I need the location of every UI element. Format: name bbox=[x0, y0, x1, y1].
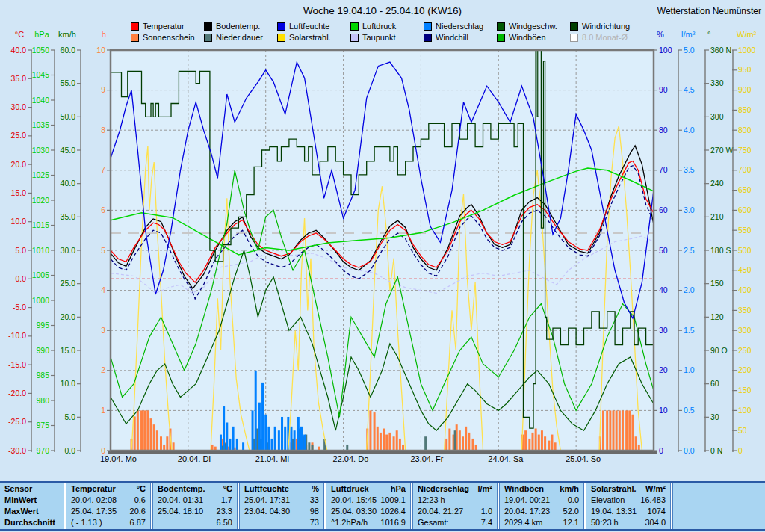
tick-label-h: 1 bbox=[101, 406, 105, 415]
tick-label-hpa: 1020 bbox=[32, 196, 50, 205]
bodentemp-row1: 25.04. 18:1023.3 bbox=[153, 506, 237, 517]
day-label: 21.04. Mi bbox=[255, 454, 289, 463]
tick-label-lm2: 1.5 bbox=[684, 326, 695, 335]
bar-niederschlag bbox=[226, 422, 228, 451]
luftfeuchte-row0-text: 25.04. 17:31 bbox=[244, 495, 290, 506]
luftfeuchte-row1-text: 23.04. 04:30 bbox=[244, 506, 290, 517]
row-label-maxwert: MaxWert bbox=[0, 506, 64, 517]
tick-label-kmh: 30.0 bbox=[61, 246, 76, 255]
tick-label-temp: 5.0 bbox=[15, 246, 26, 255]
luftdruck-row2-value: 1016.9 bbox=[380, 517, 406, 528]
stats-header-luftfeuchte: Luftfeuchte% bbox=[240, 483, 323, 495]
bar-sonnenschein bbox=[380, 433, 382, 451]
tick-label-temp: 0.0 bbox=[15, 274, 26, 283]
day-label: 22.04. Do bbox=[333, 454, 369, 463]
tick-label-deg: 240 bbox=[710, 179, 724, 188]
solarstrahl-row1-text: 19.04. 13:31 bbox=[591, 506, 637, 517]
stats-header-niederschlag-text: Niederschlag bbox=[418, 483, 469, 495]
stats-header-windb-en-value: km/h bbox=[560, 483, 579, 495]
stats-table: SensorMinWertMaxWertDurchschnittTemperat… bbox=[0, 481, 765, 531]
tick-label-deg: 180 S bbox=[710, 246, 731, 255]
stats-header-bodentemp-text: Bodentemp. bbox=[158, 483, 205, 495]
bar-niederschlag bbox=[220, 435, 222, 451]
tick-label-deg: 360 N bbox=[710, 46, 731, 55]
tick-label-pct: 20 bbox=[659, 365, 668, 374]
bar-sonnenschein bbox=[369, 410, 371, 451]
tick-label-temp: 20.0 bbox=[11, 160, 27, 169]
windb-en-row0-value: 0.0 bbox=[568, 495, 579, 506]
bar-sonnenschein bbox=[140, 410, 143, 451]
tick-label-lm2: 4.0 bbox=[684, 126, 695, 134]
luftdruck-row1: 25.04. 03:301026.4 bbox=[326, 506, 410, 517]
tick-label-h: 4 bbox=[101, 285, 105, 294]
tick-label-wm2: 500 bbox=[738, 246, 752, 255]
tick-label-temp: -10.0 bbox=[8, 331, 26, 340]
bar-sonnenschein bbox=[531, 433, 533, 451]
solarstrahl-row2: 50:23 h304.0 bbox=[586, 517, 670, 528]
tick-label-temp: 35.0 bbox=[11, 74, 27, 83]
tick-label-deg: 210 bbox=[710, 212, 724, 221]
tick-label-deg: 0 N bbox=[710, 446, 722, 455]
tick-label-kmh: 55.0 bbox=[61, 78, 76, 87]
tick-label-hpa: 1050 bbox=[32, 46, 50, 55]
tick-label-deg: 270 W bbox=[710, 146, 733, 155]
tick-label-pct: 40 bbox=[659, 285, 668, 294]
stats-header-temperatur-value: °C bbox=[137, 483, 146, 495]
tick-label-deg: 330 bbox=[710, 78, 724, 87]
luftdruck-row0: 20.04. 15:451009.1 bbox=[326, 495, 410, 506]
windb-en-row0: 19.04. 00:210.0 bbox=[500, 495, 583, 506]
day-label: 20.04. Di bbox=[178, 454, 211, 463]
bar-sonnenschein bbox=[535, 429, 537, 451]
tick-label-wm2: 0 bbox=[738, 446, 743, 455]
solarstrahl-row2-text: 50:23 h bbox=[591, 517, 619, 528]
bar-sonnenschein bbox=[635, 436, 637, 451]
luftfeuchte-row0: 25.04. 17:3133 bbox=[240, 495, 323, 506]
stats-col-bodentemp: Bodentemp.°C20.04. 01:31-1.725.04. 18:10… bbox=[152, 483, 238, 529]
bar-niederschlag bbox=[278, 430, 280, 451]
tick-label-wm2: 300 bbox=[738, 326, 752, 335]
tick-label-temp: 30.0 bbox=[11, 102, 27, 111]
bar-sonnenschein bbox=[528, 439, 530, 451]
bar-sonnenschein bbox=[465, 427, 467, 451]
row-label-maxwert-text: MaxWert bbox=[4, 506, 39, 517]
bodentemp-row1-value: 23.3 bbox=[217, 506, 232, 517]
solarstrahl-row0-text: Elevation bbox=[591, 495, 625, 506]
tick-label-temp: 25.0 bbox=[11, 131, 27, 140]
stats-header-temperatur: Temperatur°C bbox=[66, 483, 150, 495]
axis-unit-deg: ° bbox=[707, 30, 710, 39]
tick-label-h: 0 bbox=[101, 446, 105, 455]
bar-sonnenschein bbox=[541, 430, 543, 451]
tick-label-hpa: 1040 bbox=[32, 96, 50, 105]
tick-label-temp: -30.0 bbox=[8, 446, 26, 455]
tick-label-kmh: 0.0 bbox=[64, 446, 75, 455]
bar-niederschlag bbox=[252, 410, 254, 451]
tick-label-temp: 40.0 bbox=[11, 46, 27, 55]
bar-niederschlag bbox=[297, 417, 300, 451]
tick-label-temp: -5.0 bbox=[13, 303, 26, 312]
tick-label-pct: 100 bbox=[659, 46, 672, 55]
tick-label-kmh: 5.0 bbox=[64, 412, 75, 421]
bar-sonnenschein bbox=[382, 429, 385, 451]
bar-sonnenschein bbox=[612, 410, 614, 451]
bar-sonnenschein bbox=[619, 410, 621, 451]
luftfeuchte-row1-value: 98 bbox=[310, 506, 319, 517]
bar-sonnenschein bbox=[134, 416, 136, 451]
tick-label-h: 3 bbox=[101, 326, 105, 335]
stats-header-niederschlag: Niederschlagl/m² bbox=[413, 483, 497, 495]
tick-label-wm2: 950 bbox=[738, 65, 752, 74]
bodentemp-row2-value: 6.50 bbox=[217, 517, 232, 528]
solarstrahl-row2-value: 304.0 bbox=[645, 517, 666, 528]
bar-sonnenschein bbox=[554, 442, 557, 451]
stats-header-solarstrahl-value: W/m² bbox=[645, 483, 666, 495]
tick-label-kmh: 20.0 bbox=[61, 312, 76, 321]
niederschlag-row2-text: Gesamt: bbox=[418, 517, 449, 528]
luftdruck-row2: ^1.2hPa/h1016.9 bbox=[326, 517, 410, 528]
bar-niederdauer bbox=[454, 430, 456, 451]
day-label: 19.04. Mo bbox=[100, 454, 137, 463]
niederschlag-row1: 20.04. 21:271.0 bbox=[413, 506, 497, 517]
bar-niederschlag bbox=[232, 427, 235, 451]
tick-label-kmh: 40.0 bbox=[61, 179, 76, 188]
row-label-sensor-text: Sensor bbox=[4, 483, 32, 495]
windb-en-row0-text: 19.04. 00:21 bbox=[504, 495, 550, 506]
tick-label-h: 10 bbox=[96, 46, 105, 55]
